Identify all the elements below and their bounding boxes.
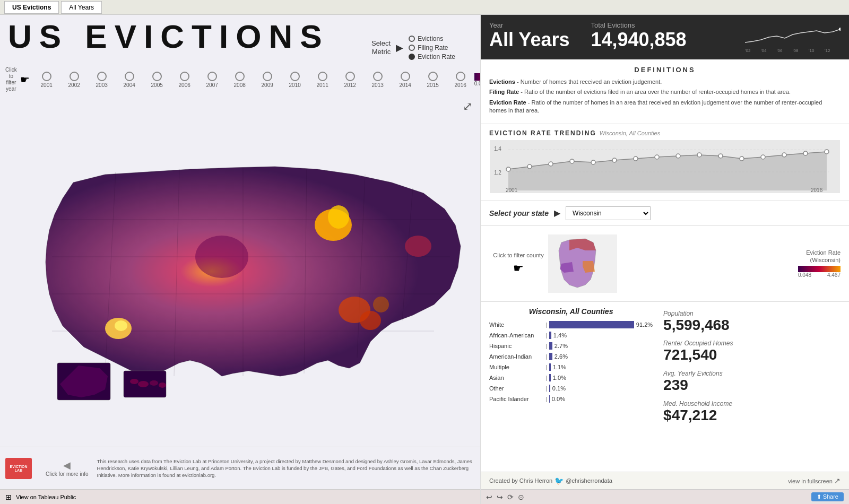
us-map-svg[interactable]	[10, 140, 471, 421]
demo-bar-fill-hispanic	[549, 342, 552, 350]
svg-point-42	[591, 160, 595, 164]
demo-bar-asian: | 1.0%	[545, 374, 653, 381]
expand-button[interactable]: ⤢	[463, 100, 472, 114]
sparkline-area: '02 '04 '06 '08 '10 '12	[745, 21, 841, 53]
svg-point-52	[803, 151, 808, 155]
svg-point-51	[782, 153, 786, 157]
twitter-icon: 🐦	[555, 476, 564, 485]
year-item-2004[interactable]: 2004	[116, 72, 143, 88]
demo-bar-fill-american-indian	[549, 353, 552, 360]
year-item-2014[interactable]: 2014	[392, 72, 419, 88]
year-item-2008[interactable]: 2008	[226, 72, 254, 88]
right-footer: Created by Chris Herron 🐦 @chrisherronda…	[481, 472, 849, 489]
eviction-logo-area: EVICTIONLAB	[5, 458, 32, 479]
demo-pct-hispanic: 2.7%	[555, 343, 568, 349]
click-county-label: Click to filter county	[493, 251, 543, 259]
share-button[interactable]: ⬆ Share	[811, 492, 844, 501]
right-toolbar: ↩ ↪ ⟳ ⊙ ⬆ Share	[481, 489, 849, 504]
right-panel: Year All Years Total Evictions 14,940,85…	[480, 15, 849, 504]
metric-radio-group: Evictions Filing Rate Eviction Rate	[409, 35, 455, 60]
year-item-2012[interactable]: 2012	[336, 72, 364, 88]
radio-eviction-rate[interactable]: Eviction Rate	[409, 53, 455, 60]
demo-label-multiple: Multiple	[489, 364, 542, 370]
state-detail: Click to filter county ☛	[481, 226, 849, 302]
trending-header: EVICTION RATE TRENDING Wisconsin, All Co…	[489, 129, 841, 140]
year-item-2015[interactable]: 2015	[419, 72, 447, 88]
svg-point-24	[150, 380, 158, 386]
state-dropdown[interactable]: Wisconsin Alabama Alaska Arizona Califor…	[566, 206, 651, 220]
svg-text:'12: '12	[825, 48, 830, 53]
svg-point-17	[373, 297, 389, 312]
year-item-2010[interactable]: 2010	[281, 72, 309, 88]
svg-point-23	[138, 381, 149, 387]
demo-pct-white: 91.2%	[636, 321, 653, 328]
svg-point-50	[761, 155, 765, 159]
bottom-section: Wisconsin, All Counties White | 91.2% Af…	[481, 302, 849, 472]
svg-text:'06: '06	[777, 48, 783, 53]
metric-selector: SelectMetric ▶ Evictions Filing Rate Evi…	[371, 35, 455, 60]
radio-filing-rate[interactable]: Filing Rate	[409, 44, 455, 51]
year-item-2005[interactable]: 2005	[143, 72, 171, 88]
year-item-2003[interactable]: 2003	[88, 72, 116, 88]
back-icon[interactable]: ◀	[63, 459, 71, 471]
demo-label-american-indian: American-Indian	[489, 353, 542, 360]
legend-labels: 0.00 15.71	[474, 81, 480, 86]
demo-row-hispanic: Hispanic | 2.7%	[489, 342, 653, 350]
redo-icon[interactable]: ↪	[497, 493, 503, 501]
year-item-2007[interactable]: 2007	[198, 72, 226, 88]
state-legend-labels: 0.048 4.467	[798, 272, 841, 278]
demographics-title: Wisconsin, All Counties	[489, 307, 653, 316]
map-legend: 0.00 15.71	[474, 73, 480, 86]
state-legend: Eviction Rate(Wisconsin) 0.048 4.467	[629, 230, 849, 297]
county-filter-area: Click to filter county ☛	[493, 251, 543, 275]
avg-evictions-label: Avg. Yearly Evictions	[663, 370, 841, 377]
avg-evictions-stat: Avg. Yearly Evictions 239	[663, 370, 841, 394]
map-area: US EVICTIONS SelectMetric ▶ Evictions Fi…	[0, 15, 480, 504]
eviction-rate-def: Eviction Rate - Ratio of the number of h…	[489, 99, 841, 115]
reset-icon[interactable]: ⊙	[518, 493, 524, 501]
demo-pct-pacific: 0.0%	[552, 396, 565, 402]
radio-evictions[interactable]: Evictions	[409, 35, 455, 42]
state-legend-max: 4.467	[827, 272, 841, 278]
tableau-label[interactable]: View on Tableau Public	[16, 494, 76, 500]
year-item-2011[interactable]: 2011	[309, 72, 336, 88]
legend-min: 0.00	[474, 81, 480, 86]
svg-point-49	[740, 157, 744, 161]
year-item-2002[interactable]: 2002	[60, 72, 88, 88]
demo-bar-fill-other	[549, 385, 550, 392]
demo-bar-other: | 0.1%	[545, 385, 653, 392]
year-item-2006[interactable]: 2006	[171, 72, 198, 88]
evictions-value: 14,940,858	[591, 29, 686, 50]
us-map-container[interactable]	[0, 100, 480, 462]
view-fullscreen-button[interactable]: view in fullscreen ↗	[788, 476, 841, 485]
undo-icon[interactable]: ↩	[486, 493, 492, 501]
demo-bar-fill-pacific	[549, 395, 550, 403]
year-stat: Year All Years	[489, 21, 569, 50]
radio-circle-eviction-rate	[409, 54, 415, 60]
year-item-2016[interactable]: 2016	[447, 72, 474, 88]
back-button-area: ◀ Click for more info	[41, 459, 93, 477]
click-more-info[interactable]: Click for more info	[46, 471, 89, 477]
metric-label: SelectMetric	[371, 39, 391, 56]
svg-point-43	[612, 158, 617, 162]
evictions-stat: Total Evictions 14,940,858	[591, 21, 686, 50]
year-filter: Click to filter year ☛ 2001 2002 2003 20…	[0, 67, 480, 92]
demo-bar-fill-white	[549, 321, 634, 328]
evictions-def: Evictions - Number of homes that receive…	[489, 78, 841, 86]
year-item-2009[interactable]: 2009	[254, 72, 281, 88]
demo-bar-hispanic: | 2.7%	[545, 342, 653, 350]
year-item-2001[interactable]: 2001	[33, 72, 60, 88]
year-item-2013[interactable]: 2013	[364, 72, 392, 88]
refresh-icon[interactable]: ⟳	[507, 493, 514, 501]
demo-row-american-indian: American-Indian | 2.6%	[489, 353, 653, 360]
wisconsin-mini-map[interactable]	[548, 234, 617, 293]
fullscreen-icon: ↗	[834, 476, 841, 485]
avg-evictions-value: 239	[663, 377, 841, 394]
tab-all-years[interactable]: All Years	[61, 1, 102, 14]
tab-us-evictions[interactable]: US Evictions	[4, 1, 59, 14]
filing-rate-def: Filing Rate - Ratio of the number of evi…	[489, 88, 841, 96]
svg-text:'02: '02	[745, 48, 751, 53]
definitions-section: DEFINITIONS Evictions - Number of homes …	[481, 59, 849, 124]
hand-icon: ☛	[20, 73, 30, 86]
svg-point-26	[839, 28, 841, 31]
